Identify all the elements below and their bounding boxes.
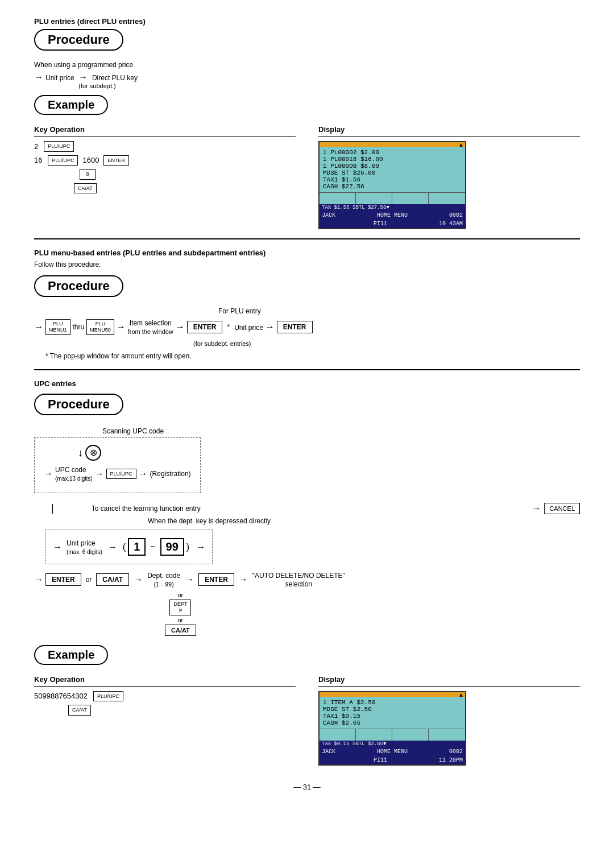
- num-2: 2: [34, 142, 38, 151]
- section-plu-menu: PLU menu-based entries (PLU entries and …: [34, 249, 580, 360]
- enter-btn-3[interactable]: ENTER: [277, 321, 313, 333]
- num-99: 99: [160, 538, 184, 556]
- upc-flow-diagram: Scanning UPC code ↓ ⊗ → UPC code (max.13…: [34, 427, 580, 636]
- key-8[interactable]: 8: [80, 169, 96, 180]
- key-row-3: 8: [80, 169, 96, 180]
- arrow-9: →: [53, 542, 62, 552]
- procedure-flow-2: For PLU entry → PLU MENU1 thru PLU MENU5…: [34, 307, 580, 360]
- plu-direct-heading: PLU entries (direct PLU entries): [34, 17, 580, 26]
- max13-label: (max.13 digits): [55, 476, 93, 482]
- cancel-btn[interactable]: CANCEL: [544, 503, 580, 514]
- unit-price-3-label: Unit price: [67, 539, 96, 547]
- display-row-4: MDSE ST $26.00: [323, 170, 462, 176]
- display-screen-1: ▲ 1 PL00002 $2.00 1 PL00016 $16.00 1 PL0…: [318, 141, 466, 229]
- thru-text: thru: [73, 323, 85, 331]
- arrow-12: →: [134, 574, 143, 585]
- procedure-flow-1: When using a programmed price → Unit pri…: [34, 61, 580, 89]
- display-footer-2b: PI11 11 20PM: [320, 756, 465, 764]
- grid-cell-4: [429, 193, 465, 204]
- dept-flow: → ENTER or CA/AT → Dept. code (1 - 99) →…: [34, 571, 580, 588]
- dept-hash-btn[interactable]: DEPT #: [169, 600, 191, 615]
- caat-btn-2[interactable]: CA/AT: [165, 625, 196, 636]
- display-row-5: TAX1 $1.56: [323, 176, 462, 183]
- key-row-2: 16 PLU/UPC 1600 ENTER: [34, 155, 129, 166]
- arrow-enter-start: →: [34, 574, 43, 585]
- key-row-4: CA/AT: [74, 183, 97, 194]
- enter-btn-2[interactable]: ENTER: [187, 321, 223, 333]
- key-op-content-1: 2 PLU/UPC 16 PLU/UPC 1600 ENTER 8 CA/AT: [34, 141, 296, 193]
- scanning-upc-label: Scanning UPC code: [102, 427, 164, 435]
- display-row-6: CASH $27.56: [323, 183, 462, 190]
- num-1600: 1600: [82, 156, 99, 164]
- upc-code-label: UPC code: [55, 466, 86, 474]
- grid-cell-2: [356, 193, 392, 204]
- enter-key-1[interactable]: ENTER: [103, 155, 129, 166]
- arrow-right-2: →: [78, 72, 88, 82]
- arrow-5: →: [265, 322, 275, 332]
- vertical-bar-1: |: [51, 502, 54, 514]
- registration-label: (Registration): [150, 470, 191, 478]
- display-content-1: 1 PL00002 $2.00 1 PL00016 $16.00 1 PL000…: [320, 147, 465, 192]
- grid2-cell-4: [429, 729, 465, 741]
- arrow-6: →: [44, 469, 53, 479]
- section-upc: UPC entries Procedure Scanning UPC code …: [34, 379, 580, 636]
- plu-menu-flow-block: → PLU MENU1 thru PLU MENU50 → Item selec…: [34, 319, 580, 336]
- scan-icon: ⊗: [85, 445, 101, 461]
- display-grid-1: [320, 192, 465, 204]
- display-orange-bar-1: ▲: [320, 142, 465, 147]
- or-text-2: or: [178, 592, 184, 598]
- section-example-2: Example Key Operation 5099887654302 PLU/…: [34, 645, 580, 766]
- plu-upc-key-1[interactable]: PLU/UPC: [44, 141, 74, 152]
- display-row-3: 1 PL00008 $8.00: [323, 163, 462, 170]
- arrow-14: →: [239, 574, 248, 585]
- enter-btn-5[interactable]: ENTER: [198, 573, 234, 586]
- follow-procedure-text: Follow this procedure:: [34, 261, 580, 268]
- unit-price-label: Unit price: [45, 74, 74, 82]
- divider-1: [34, 238, 580, 239]
- arrow-7: →: [95, 469, 104, 479]
- when-using-text: When using a programmed price: [34, 61, 580, 69]
- num-1: 1: [128, 538, 146, 556]
- key-operation-col-2: Key Operation 5099887654302 PLU/UPC CA/A…: [34, 675, 296, 766]
- key-row-5: 5099887654302 PLU/UPC: [34, 691, 123, 702]
- for-subdept-entries-label: (for subdept. entries): [193, 340, 251, 347]
- for-subdept-label: (for subdept.): [78, 82, 115, 89]
- asterisk-note: *: [227, 323, 230, 331]
- example-1-section: Key Operation 2 PLU/UPC 16 PLU/UPC 1600 …: [34, 125, 580, 229]
- plu-menu50-key[interactable]: PLU MENU50: [86, 319, 114, 335]
- procedure-box-2: Procedure: [34, 275, 123, 297]
- plu-upc-key-2[interactable]: PLU/UPC: [48, 155, 78, 166]
- direct-plu-key-label: Direct PLU key: [92, 74, 138, 82]
- arrow-11: →: [196, 542, 205, 552]
- enter-btn-4[interactable]: ENTER: [45, 573, 81, 586]
- caat-key-2[interactable]: CA/AT: [68, 705, 91, 716]
- dept-range-label: (1 - 99): [154, 581, 173, 588]
- page-number: — 31 —: [34, 783, 580, 791]
- plu-upc-key-3[interactable]: PLU/UPC: [106, 469, 136, 480]
- dept-code-label: Dept. code: [147, 572, 180, 580]
- arrow-4: →: [176, 322, 185, 332]
- plu-menu1-key[interactable]: PLU MENU1: [45, 319, 70, 335]
- max6-label: (max. 6 digits): [67, 549, 102, 555]
- display-content-2: 1 ITEM A $2.50 MDSE ST $2.50 TAX1 $0.15 …: [320, 697, 465, 729]
- plu-upc-key-4[interactable]: PLU/UPC: [93, 691, 123, 702]
- display-row-2: 1 PL00016 $16.00: [323, 156, 462, 163]
- display-screen-2: ▲ 1 ITEM A $2.50 MDSE ST $2.50 TAX1 $0.1…: [318, 691, 466, 766]
- grid-cell-3: [392, 193, 429, 204]
- arrow-3: →: [117, 322, 126, 332]
- divider-2: [34, 369, 580, 370]
- caat-btn-1[interactable]: CA/AT: [96, 573, 129, 586]
- display-tax-row-1: TAX $1.56 SBTL $27.56▼: [320, 204, 465, 211]
- caat-key-1[interactable]: CA/AT: [74, 183, 97, 194]
- arrow-8: →: [139, 469, 148, 479]
- display-grid-2: [320, 729, 465, 741]
- popup-note: * The pop-up window for amount entry wil…: [45, 352, 580, 360]
- display-header-label-2: Display: [318, 675, 580, 687]
- key-op-header-2: Key Operation: [34, 675, 296, 687]
- d2-row-3: TAX1 $0.15: [323, 713, 462, 720]
- item-selection-label: Item selection: [130, 319, 172, 327]
- or-text: or: [86, 576, 92, 584]
- close-paren: ): [186, 542, 189, 552]
- for-plu-entry-label: For PLU entry: [218, 307, 261, 315]
- display-col-1: Display ▲ 1 PL00002 $2.00 1 PL00016 $16.…: [318, 125, 580, 229]
